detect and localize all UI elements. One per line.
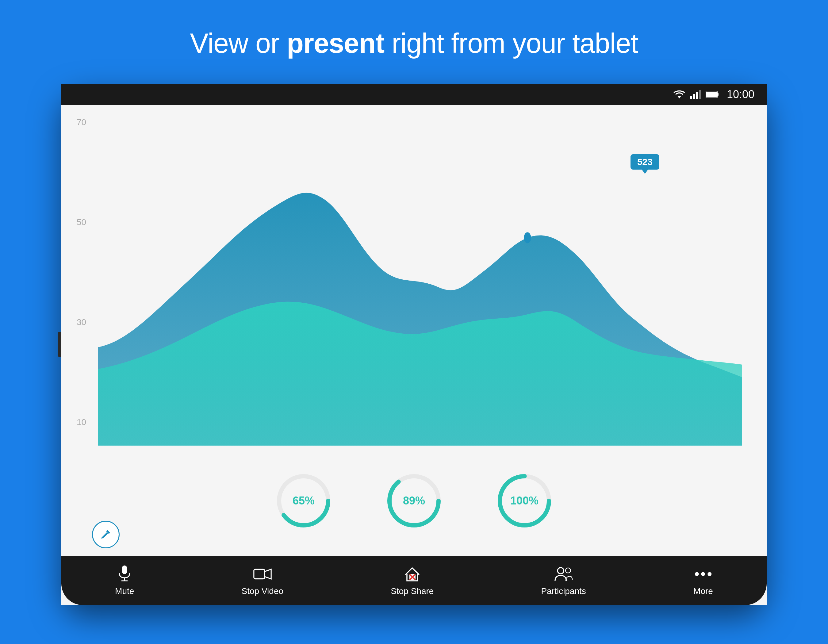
tablet-device: 10:00 70 50 30 10 bbox=[61, 84, 767, 605]
svg-rect-18 bbox=[254, 569, 265, 579]
stop-share-button[interactable]: Stop Share bbox=[391, 565, 434, 596]
chart-svg-container: 523 bbox=[98, 118, 742, 446]
svg-rect-4 bbox=[699, 90, 701, 99]
y-label-10: 10 bbox=[77, 417, 86, 427]
battery-icon bbox=[706, 91, 719, 99]
donut-89: 89% bbox=[383, 470, 445, 531]
pencil-button[interactable] bbox=[92, 521, 119, 548]
svg-point-26 bbox=[707, 572, 712, 576]
status-time: 10:00 bbox=[727, 88, 754, 101]
participants-label: Participants bbox=[541, 586, 586, 596]
stop-video-icon bbox=[253, 565, 272, 583]
donut-label-89: 89% bbox=[403, 494, 425, 507]
svg-rect-6 bbox=[706, 92, 717, 97]
status-icons: 10:00 bbox=[673, 88, 754, 101]
svg-point-25 bbox=[701, 572, 705, 576]
chart-area: 70 50 30 10 bbox=[61, 105, 767, 452]
participants-button[interactable]: Participants bbox=[541, 565, 586, 596]
status-bar: 10:00 bbox=[61, 84, 767, 105]
more-button[interactable]: More bbox=[693, 565, 713, 596]
header-text-after: right from your tablet bbox=[384, 28, 638, 59]
y-label-30: 30 bbox=[77, 317, 86, 327]
y-label-50: 50 bbox=[77, 218, 86, 227]
wifi-icon bbox=[673, 90, 685, 99]
donut-65: 65% bbox=[273, 470, 334, 531]
header-text-plain: View or bbox=[190, 28, 287, 59]
tooltip-value: 523 bbox=[637, 157, 652, 167]
donut-label-100: 100% bbox=[510, 494, 538, 507]
svg-rect-2 bbox=[693, 94, 695, 99]
donuts-row: 65% 89% 100% bbox=[61, 452, 767, 556]
pencil-icon bbox=[100, 528, 112, 541]
svg-point-24 bbox=[695, 572, 699, 576]
svg-marker-0 bbox=[677, 96, 681, 99]
stop-video-button[interactable]: Stop Video bbox=[242, 565, 284, 596]
svg-point-22 bbox=[558, 567, 564, 573]
mute-button[interactable]: Mute bbox=[115, 565, 134, 596]
svg-point-23 bbox=[566, 568, 571, 573]
signal-icon bbox=[690, 90, 701, 99]
more-icon bbox=[694, 565, 712, 583]
chart-tooltip: 523 bbox=[630, 154, 659, 169]
header-text-bold: present bbox=[287, 28, 384, 59]
stop-share-label: Stop Share bbox=[391, 586, 434, 596]
more-label: More bbox=[693, 586, 713, 596]
stop-share-icon bbox=[403, 565, 421, 583]
page-title: View or present right from your tablet bbox=[190, 28, 638, 59]
donut-label-65: 65% bbox=[293, 494, 315, 507]
stop-video-label: Stop Video bbox=[242, 586, 284, 596]
mute-icon bbox=[115, 565, 134, 583]
svg-rect-1 bbox=[690, 96, 692, 99]
tooltip-dot bbox=[524, 232, 531, 243]
y-label-70: 70 bbox=[77, 118, 86, 127]
svg-rect-3 bbox=[696, 92, 698, 99]
participants-icon bbox=[554, 565, 573, 583]
tablet-screen: 70 50 30 10 bbox=[61, 105, 767, 605]
svg-rect-7 bbox=[717, 93, 718, 96]
mute-label: Mute bbox=[115, 586, 134, 596]
y-axis: 70 50 30 10 bbox=[77, 118, 86, 427]
svg-rect-15 bbox=[122, 566, 127, 574]
toolbar: Mute Stop Video bbox=[61, 556, 767, 605]
donut-100: 100% bbox=[494, 470, 555, 531]
